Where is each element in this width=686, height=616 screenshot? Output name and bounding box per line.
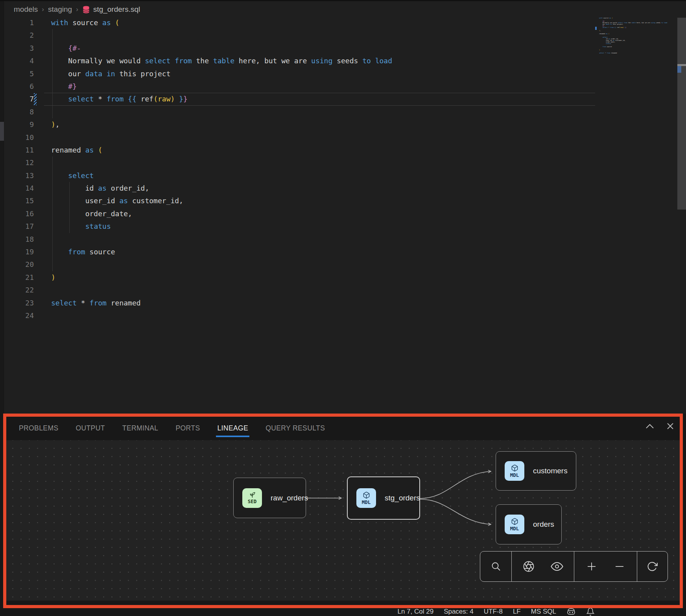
code-line-5[interactable]: 5 our data in this project xyxy=(4,68,595,80)
code-line-9[interactable]: 9), xyxy=(4,118,595,131)
status-bar: Ln 7, Col 29 Spaces: 4 UTF-8 LF MS SQL xyxy=(0,607,686,616)
zoom-out-button[interactable] xyxy=(609,555,631,577)
panel-tab-problems[interactable]: PROBLEMS xyxy=(19,424,58,432)
line-number: 6 xyxy=(4,80,34,93)
search-button[interactable] xyxy=(485,555,507,577)
breadcrumb-folder-staging[interactable]: staging xyxy=(48,5,72,14)
code-line-17[interactable]: 17 status xyxy=(4,220,595,233)
lineage-node-customers[interactable]: MDL customers xyxy=(496,451,576,491)
code-line-24[interactable]: 24 xyxy=(4,309,595,322)
line-number: 16 xyxy=(4,208,34,220)
code-line-14[interactable]: 14 id as order_id, xyxy=(4,182,595,195)
overview-ruler-modified-marker xyxy=(677,66,681,73)
breadcrumb-folder-models[interactable]: models xyxy=(14,5,38,14)
status-encoding[interactable]: UTF-8 xyxy=(484,608,503,616)
code-line-1[interactable]: 1with source as ( xyxy=(4,17,595,29)
code-line-22[interactable]: 22 xyxy=(4,284,595,296)
indent-guide xyxy=(52,156,53,271)
aperture-button[interactable] xyxy=(518,555,540,577)
panel-tab-ports[interactable]: PORTS xyxy=(175,424,200,432)
code-line-8[interactable]: 8 xyxy=(4,106,595,118)
badge-label: MDL xyxy=(510,472,519,478)
panel-tab-lineage[interactable]: LINEAGE xyxy=(217,424,248,432)
activity-strip-handle[interactable] xyxy=(0,122,4,141)
search-icon xyxy=(491,561,502,572)
code-line-19[interactable]: 19 from source xyxy=(4,246,595,258)
code-line-2[interactable]: 2 xyxy=(4,29,595,42)
line-number: 3 xyxy=(4,42,34,55)
breadcrumb-separator: › xyxy=(76,6,78,13)
line-text xyxy=(34,29,51,42)
status-indentation[interactable]: Spaces: 4 xyxy=(444,608,474,616)
code-line-23[interactable]: 23select * from renamed xyxy=(4,297,595,309)
visibility-button[interactable] xyxy=(546,555,568,577)
line-text: id as order_id, xyxy=(34,182,149,195)
code-line-12[interactable]: 12 xyxy=(4,156,595,169)
cube-icon xyxy=(511,518,518,525)
panel-actions xyxy=(645,422,674,430)
status-eol[interactable]: LF xyxy=(513,608,521,616)
panel-tab-query-results[interactable]: QUERY RESULTS xyxy=(266,424,325,432)
seed-badge: SED xyxy=(242,488,262,508)
minimap[interactable]: with source as ( {#- Normally we would s… xyxy=(597,17,674,68)
minus-icon xyxy=(614,561,625,572)
bottom-panel: PROBLEMSOUTPUTTERMINALPORTSLINEAGEQUERY … xyxy=(0,414,686,608)
line-number: 17 xyxy=(4,220,34,233)
editor-scrollbar[interactable] xyxy=(677,1,686,414)
model-badge: MDL xyxy=(505,515,524,534)
code-line-21[interactable]: 21) xyxy=(4,271,595,284)
code-line-4[interactable]: 4 Normally we would select from the tabl… xyxy=(4,55,595,67)
line-number: 9 xyxy=(4,118,34,131)
bell-icon[interactable] xyxy=(586,607,595,616)
lineage-node-orders[interactable]: MDL orders xyxy=(496,504,562,544)
line-number: 14 xyxy=(4,182,34,195)
code-line-16[interactable]: 16 order_date, xyxy=(4,208,595,220)
code-line-3[interactable]: 3 {#- xyxy=(4,42,595,55)
line-text: status xyxy=(34,220,111,233)
refresh-button[interactable] xyxy=(641,555,663,577)
panel-tab-output[interactable]: OUTPUT xyxy=(76,424,105,432)
breadcrumb: models › staging › stg_orders.sql xyxy=(4,1,686,18)
line-text xyxy=(34,309,51,322)
line-text: user_id as customer_id, xyxy=(34,195,183,207)
copilot-icon[interactable] xyxy=(566,607,576,616)
code-line-6[interactable]: 6 #} xyxy=(4,80,595,93)
model-badge: MDL xyxy=(505,461,524,481)
code-editor[interactable]: 1with source as (23 {#-4 Normally we wou… xyxy=(4,17,595,322)
code-line-11[interactable]: 11renamed as ( xyxy=(4,144,595,156)
cube-icon xyxy=(511,464,518,472)
lineage-canvas[interactable]: SED raw_orders MDL stg_orders xyxy=(6,440,680,601)
breadcrumb-separator: › xyxy=(42,6,44,13)
code-line-18[interactable]: 18 xyxy=(4,233,595,246)
status-cursor-position[interactable]: Ln 7, Col 29 xyxy=(397,608,433,616)
activity-strip xyxy=(0,1,4,414)
code-line-7[interactable]: 7 select * from {{ ref(raw) }} xyxy=(4,93,595,105)
chevron-up-icon[interactable] xyxy=(645,423,655,429)
panel-tab-terminal[interactable]: TERMINAL xyxy=(122,424,159,432)
zoom-in-button[interactable] xyxy=(581,555,603,577)
line-number: 11 xyxy=(4,144,34,156)
breadcrumb-file-name: stg_orders.sql xyxy=(93,5,140,14)
close-icon[interactable] xyxy=(666,422,674,430)
plus-icon xyxy=(586,561,597,572)
line-text: our data in this project xyxy=(34,68,170,80)
eye-icon xyxy=(551,560,563,573)
line-text: {#- xyxy=(34,42,81,55)
minimap-line xyxy=(597,54,674,55)
code-line-20[interactable]: 20 xyxy=(4,258,595,271)
code-line-10[interactable]: 10 xyxy=(4,131,595,144)
line-text: from source xyxy=(34,246,115,258)
scrollbar-thumb[interactable] xyxy=(677,18,686,210)
vscode-window: models › staging › stg_orders.sql 1with … xyxy=(0,0,686,616)
badge-label: MDL xyxy=(510,526,519,531)
panel-tab-bar: PROBLEMSOUTPUTTERMINALPORTSLINEAGEQUERY … xyxy=(6,417,680,439)
lineage-node-raw-orders[interactable]: SED raw_orders xyxy=(233,478,306,518)
line-text: with source as ( xyxy=(34,17,119,29)
breadcrumb-file[interactable]: stg_orders.sql xyxy=(82,5,140,14)
status-language-mode[interactable]: MS SQL xyxy=(531,608,556,616)
lineage-node-stg-orders[interactable]: MDL stg_orders xyxy=(347,476,420,520)
line-number: 5 xyxy=(4,68,34,80)
code-line-13[interactable]: 13 select xyxy=(4,169,595,182)
code-line-15[interactable]: 15 user_id as customer_id, xyxy=(4,195,595,207)
node-label: customers xyxy=(533,467,568,475)
